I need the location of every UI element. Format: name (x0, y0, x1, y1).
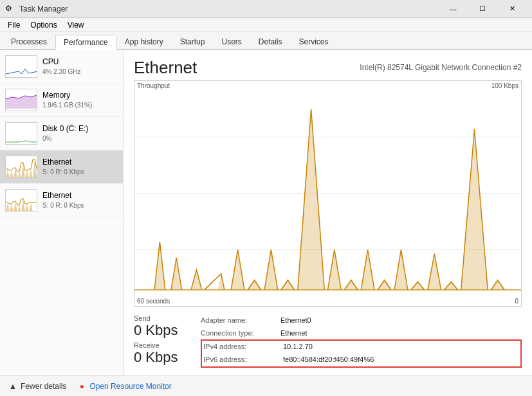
adapter-name-row: Adapter name: Ethernet0 (201, 314, 522, 327)
tab-performance[interactable]: Performance (55, 35, 116, 50)
chart-y-label: Throughput (137, 82, 170, 89)
sidebar-item-ethernet1[interactable]: Ethernet S: 0 R: 0 Kbps (0, 150, 123, 184)
tab-bar: Processes Performance App history Startu… (0, 32, 532, 50)
receive-value: 0 Kbps (134, 349, 185, 366)
connection-type-key: Connection type: (201, 327, 278, 340)
ethernet1-thumbnail (5, 156, 37, 178)
ipv4-row: IPv4 address: 10.1.2.70 (203, 341, 519, 354)
menu-bar: File Options View (0, 18, 532, 32)
svg-rect-0 (6, 56, 37, 78)
tab-services[interactable]: Services (291, 33, 337, 49)
disk-info: Disk 0 (C: E:) 0% (42, 123, 88, 143)
receive-label: Receive (134, 341, 185, 349)
memory-thumbnail (5, 89, 37, 111)
resource-monitor-icon: ● (77, 381, 87, 392)
chart-svg (134, 81, 521, 306)
disk-sub: 0% (42, 134, 88, 143)
address-rows-highlighted: IPv4 address: 10.1.2.70 IPv6 address: fe… (201, 339, 522, 368)
menu-file[interactable]: File (3, 18, 25, 32)
menu-view[interactable]: View (62, 18, 89, 32)
chart-x-label: 60 seconds (137, 298, 170, 305)
connection-type-value: Ethernet (280, 327, 307, 340)
detail-header: Ethernet Intel(R) 82574L Gigabit Network… (134, 58, 522, 78)
app-icon: ⚙ (5, 4, 15, 14)
sidebar-item-cpu[interactable]: CPU 4% 2.30 GHz (0, 50, 123, 84)
svg-rect-13 (6, 190, 37, 212)
ethernet1-sub: S: 0 R: 0 Kbps (42, 168, 84, 177)
sidebar-item-ethernet2[interactable]: Ethernet S: 0 R: 0 Kbps (0, 184, 123, 217)
close-button[interactable]: ✕ (497, 0, 527, 18)
sidebar-item-memory[interactable]: Memory 1.9/6.1 GB (31%) (0, 84, 123, 117)
ethernet2-sub: S: 0 R: 0 Kbps (42, 201, 84, 210)
adapter-name-key: Adapter name: (201, 314, 278, 327)
ipv6-key: IPv6 address: (203, 354, 280, 366)
maximize-button[interactable]: ☐ (468, 0, 497, 18)
receive-group: Receive 0 Kbps (134, 341, 185, 366)
tab-startup[interactable]: Startup (172, 33, 214, 49)
disk-label: Disk 0 (C: E:) (42, 123, 88, 134)
sidebar: CPU 4% 2.30 GHz Memory 1.9/6.1 GB (31%) (0, 50, 124, 375)
adapter-info-table: Adapter name: Ethernet0 Connection type:… (201, 314, 522, 368)
ipv4-key: IPv4 address: (203, 341, 280, 354)
open-resource-monitor-label: Open Resource Monitor (89, 382, 171, 391)
ipv4-value: 10.1.2.70 (283, 341, 313, 354)
title-bar: ⚙ Task Manager — ☐ ✕ (0, 0, 532, 18)
send-label: Send (134, 314, 185, 322)
window-controls: — ☐ ✕ (438, 0, 527, 18)
fewer-details-button[interactable]: ▲ Fewer details (8, 381, 66, 392)
menu-options[interactable]: Options (25, 18, 62, 32)
send-value: 0 Kbps (134, 322, 185, 339)
adapter-name-value: Ethernet0 (280, 314, 311, 327)
ethernet2-thumbnail (5, 189, 37, 212)
memory-label: Memory (42, 90, 92, 101)
ethernet1-info: Ethernet S: 0 R: 0 Kbps (42, 157, 84, 177)
tab-users[interactable]: Users (213, 33, 250, 49)
cpu-thumbnail (5, 55, 37, 78)
main-content: CPU 4% 2.30 GHz Memory 1.9/6.1 GB (31%) (0, 50, 532, 375)
detail-subtitle: Intel(R) 82574L Gigabit Network Connecti… (360, 63, 522, 72)
detail-panel: Ethernet Intel(R) 82574L Gigabit Network… (124, 50, 532, 375)
ethernet2-info: Ethernet S: 0 R: 0 Kbps (42, 190, 84, 210)
chart-x-min: 0 (515, 298, 518, 305)
minimize-button[interactable]: — (438, 0, 468, 18)
disk-thumbnail (5, 122, 37, 145)
ipv6-row: IPv6 address: fe80::4584:df20:f450:49f4%… (203, 354, 519, 366)
cpu-info: CPU 4% 2.30 GHz (42, 57, 80, 76)
open-resource-monitor-button[interactable]: ● Open Resource Monitor (77, 381, 171, 392)
info-section: Send 0 Kbps Receive 0 Kbps Adapter name:… (134, 314, 522, 368)
status-bar: ▲ Fewer details ● Open Resource Monitor (0, 375, 532, 396)
sidebar-item-disk[interactable]: Disk 0 (C: E:) 0% (0, 117, 123, 150)
fewer-details-icon: ▲ (8, 381, 18, 392)
send-group: Send 0 Kbps (134, 314, 185, 339)
cpu-sub: 4% 2.30 GHz (42, 68, 80, 76)
cpu-label: CPU (42, 57, 80, 68)
memory-info: Memory 1.9/6.1 GB (31%) (42, 90, 92, 110)
ipv6-value: fe80::4584:df20:f450:49f4%6 (283, 354, 374, 366)
title-bar-text: Task Manager (19, 4, 438, 14)
fewer-details-label: Fewer details (21, 382, 66, 391)
ethernet1-label: Ethernet (42, 157, 84, 168)
throughput-chart: Throughput 100 Kbps 60 seconds 0 (134, 80, 522, 307)
ethernet2-label: Ethernet (42, 190, 84, 201)
tab-app-history[interactable]: App history (116, 33, 172, 49)
memory-sub: 1.9/6.1 GB (31%) (42, 101, 92, 110)
detail-title: Ethernet (134, 58, 197, 78)
chart-y-max: 100 Kbps (491, 82, 518, 89)
send-receive-panel: Send 0 Kbps Receive 0 Kbps (134, 314, 185, 368)
tab-details[interactable]: Details (250, 33, 291, 49)
tab-processes[interactable]: Processes (3, 33, 55, 49)
connection-type-row: Connection type: Ethernet (201, 327, 522, 340)
